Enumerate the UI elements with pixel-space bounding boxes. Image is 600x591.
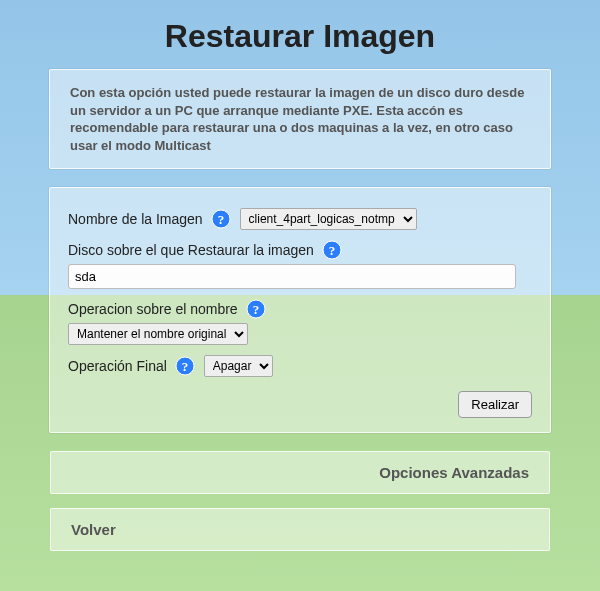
label-target-disk: Disco sobre el que Restaurar la imagen [68, 242, 314, 258]
select-image-name[interactable]: client_4part_logicas_notmp [240, 208, 417, 230]
input-target-disk[interactable] [68, 264, 516, 289]
select-final-operation[interactable]: Apagar [204, 355, 273, 377]
label-image-name: Nombre de la Imagen [68, 211, 203, 227]
help-icon[interactable]: ? [211, 209, 231, 229]
help-icon[interactable]: ? [322, 240, 342, 260]
row-final-operation: Operación Final ? Apagar [68, 355, 532, 377]
description-text: Con esta opción usted puede restaurar la… [50, 70, 550, 168]
label-name-operation: Operacion sobre el nombre [68, 301, 238, 317]
svg-text:?: ? [218, 212, 225, 227]
svg-text:?: ? [253, 302, 260, 317]
help-icon[interactable]: ? [175, 356, 195, 376]
page-title: Restaurar Imagen [0, 18, 600, 55]
back-bar[interactable]: Volver [50, 508, 550, 551]
label-final-operation: Operación Final [68, 358, 167, 374]
form-panel: Nombre de la Imagen ? client_4part_logic… [49, 187, 551, 433]
submit-button[interactable]: Realizar [458, 391, 532, 418]
svg-text:?: ? [329, 243, 336, 258]
help-icon[interactable]: ? [246, 299, 266, 319]
row-image-name: Nombre de la Imagen ? client_4part_logic… [68, 208, 532, 230]
advanced-options-bar[interactable]: Opciones Avanzadas [50, 451, 550, 494]
description-panel: Con esta opción usted puede restaurar la… [49, 69, 551, 169]
svg-text:?: ? [182, 359, 189, 374]
select-name-operation[interactable]: Mantener el nombre original [68, 323, 248, 345]
row-target-disk: Disco sobre el que Restaurar la imagen ? [68, 240, 532, 289]
row-name-operation: Operacion sobre el nombre ? Mantener el … [68, 299, 532, 345]
